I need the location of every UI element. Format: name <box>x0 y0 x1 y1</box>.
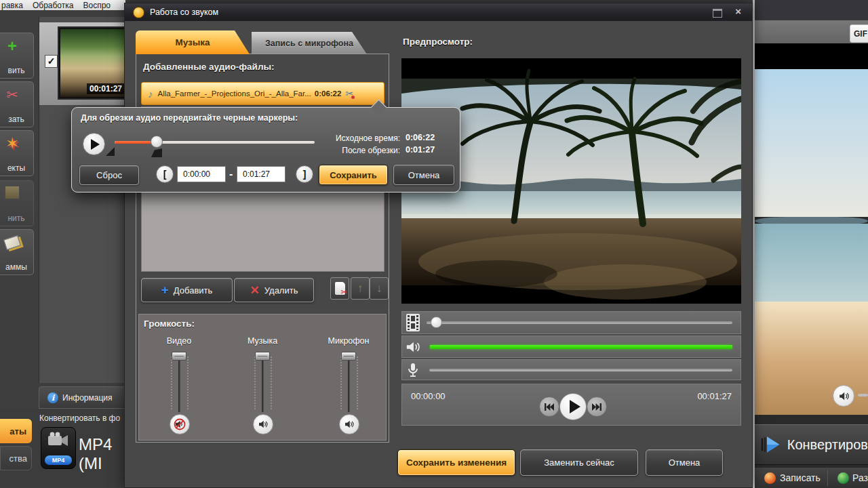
join-icon <box>0 184 33 204</box>
music-waveform-bar[interactable] <box>430 345 732 349</box>
dialog-edge-highlight <box>753 0 755 488</box>
trim-file-button[interactable]: ✂ <box>330 277 349 300</box>
skip-forward-button[interactable] <box>587 396 607 417</box>
dialog-titlebar[interactable]: Работа со звуком <box>125 3 752 21</box>
add-video-icon: + <box>0 36 33 56</box>
clip-duration-badge: 00:01:27 <box>87 83 125 94</box>
delete-audio-button[interactable]: ✕ Удалить <box>234 278 314 302</box>
toolbar-programs-button[interactable]: аммы <box>0 229 34 275</box>
trim-slider-handle[interactable] <box>151 136 163 148</box>
record-disc-icon <box>764 472 776 484</box>
menu-item-processing[interactable]: Обработка <box>33 1 74 10</box>
range-end-input[interactable] <box>237 166 285 182</box>
player-volume-button[interactable] <box>833 385 854 407</box>
skip-back-icon <box>545 403 554 411</box>
tick-dots <box>340 357 342 409</box>
sound-dialog: Работа со звуком × Музыка Запись с микро… <box>124 3 753 488</box>
range-separator: - <box>229 168 233 180</box>
speaker-icon <box>343 418 355 430</box>
convert-to-format-label: Конвертировать в фо <box>39 413 120 423</box>
toolbar-cut-label: зать <box>0 115 33 124</box>
format-name-label: MP4 (MI <box>79 435 124 473</box>
music-volume-track <box>262 355 264 412</box>
volume-label-music: Музыка <box>235 336 290 346</box>
publish-globe-icon <box>837 472 849 484</box>
video-volume-track <box>178 355 180 412</box>
range-start-input[interactable] <box>177 166 226 182</box>
audio-file-row[interactable]: ♪ Alla_Farmer_-_Projections_Ori_-_Alla_F… <box>141 82 384 105</box>
music-volume-slider[interactable] <box>255 352 270 361</box>
seek-track[interactable] <box>427 321 732 324</box>
trim-end-marker[interactable] <box>151 148 162 157</box>
current-time: 00:00:00 <box>411 391 446 401</box>
record-button[interactable]: Записать <box>780 472 821 483</box>
volume-panel: Громкость: Видео Музыка Микрофон <box>138 314 387 441</box>
move-up-button[interactable]: ↑ <box>351 277 370 300</box>
move-down-button[interactable]: ↓ <box>370 277 389 300</box>
dialog-cancel-button[interactable]: Отмена <box>646 449 723 476</box>
close-button[interactable]: × <box>735 5 741 17</box>
video-mute-button[interactable] <box>170 414 190 434</box>
microphone-icon <box>408 363 418 378</box>
toolbar-effects-button[interactable]: ✶ екты <box>0 130 34 176</box>
convert-arrow-icon <box>760 433 782 456</box>
save-changes-button[interactable]: Сохранить изменения <box>397 449 515 476</box>
right-top-bar <box>755 0 868 20</box>
beach-sea <box>755 224 868 302</box>
player-volume-slider[interactable] <box>858 394 868 396</box>
trim-start-marker[interactable] <box>106 147 115 156</box>
cut-icon: ✂ <box>0 85 33 105</box>
trim-cancel-button[interactable]: Отмена <box>393 165 454 185</box>
seek-row <box>401 311 741 334</box>
replace-now-button[interactable]: Заменить сейчас <box>520 449 638 476</box>
trim-scissors-icon[interactable]: ✂ <box>345 88 355 99</box>
add-audio-label: Добавить <box>174 285 212 296</box>
restore-button[interactable] <box>713 9 722 18</box>
speaker-icon <box>257 418 269 430</box>
trim-slider-track[interactable] <box>115 141 315 144</box>
dialog-icon <box>133 7 144 18</box>
tab-devices[interactable]: ства <box>0 446 32 470</box>
plus-icon: + <box>161 283 169 298</box>
video-letterbox <box>755 43 868 69</box>
mic-mute-button[interactable] <box>339 414 359 434</box>
play-button[interactable] <box>559 393 587 420</box>
mic-volume-slider[interactable] <box>341 352 356 361</box>
tab-formats[interactable]: аты <box>0 419 32 443</box>
toolbar-add-button[interactable]: + вить <box>0 33 34 79</box>
trim-popup-title: Для обрезки аудио передвигайте черные ма… <box>81 113 298 123</box>
menu-item-edit[interactable]: равка <box>1 1 23 10</box>
music-mute-button[interactable] <box>253 414 273 434</box>
play-icon <box>91 139 100 150</box>
delete-x-icon: ✕ <box>250 283 260 298</box>
gif-button[interactable]: GIF <box>850 24 868 43</box>
video-volume-slider[interactable] <box>172 352 186 361</box>
toolbar-join-button[interactable]: нить <box>0 180 34 226</box>
trim-save-button[interactable]: Сохранить <box>319 165 388 185</box>
seek-handle[interactable] <box>431 317 442 328</box>
clip-card[interactable]: 00:01:27 ✓ <box>39 22 125 105</box>
right-bottom-row: Записать Раз <box>755 468 868 488</box>
toolbar-add-label: вить <box>0 66 33 75</box>
reset-button[interactable]: Сброс <box>79 165 139 185</box>
toolbar-cut-button[interactable]: ✂ зать <box>0 81 34 127</box>
skip-back-button[interactable] <box>539 396 559 417</box>
skip-forward-icon <box>592 403 601 411</box>
toolbar-programs-label: аммы <box>0 262 33 272</box>
set-start-bracket-button[interactable]: [ <box>156 165 174 183</box>
clip-thumbnail[interactable]: 00:01:27 <box>58 26 127 100</box>
tab-music[interactable]: Музыка <box>136 30 250 54</box>
add-audio-button[interactable]: + Добавить <box>141 278 233 302</box>
set-end-bracket-button[interactable]: ] <box>296 165 313 183</box>
trim-play-button[interactable] <box>83 133 105 155</box>
mic-empty-bar[interactable] <box>429 369 732 371</box>
convert-big-button[interactable]: Конвертиров <box>755 424 868 465</box>
menu-item-playback[interactable]: Воспро <box>83 1 111 10</box>
clip-checkbox[interactable]: ✓ <box>45 55 58 68</box>
tab-microphone[interactable]: Запись с микрофона <box>252 32 367 54</box>
publish-button[interactable]: Раз <box>852 472 868 483</box>
information-button[interactable]: i Информация <box>39 386 134 409</box>
format-mp4-button[interactable]: MP4 <box>41 427 76 469</box>
menu-bar: равка Обработка Воспро <box>0 0 125 10</box>
volume-label-video: Видео <box>152 336 206 346</box>
